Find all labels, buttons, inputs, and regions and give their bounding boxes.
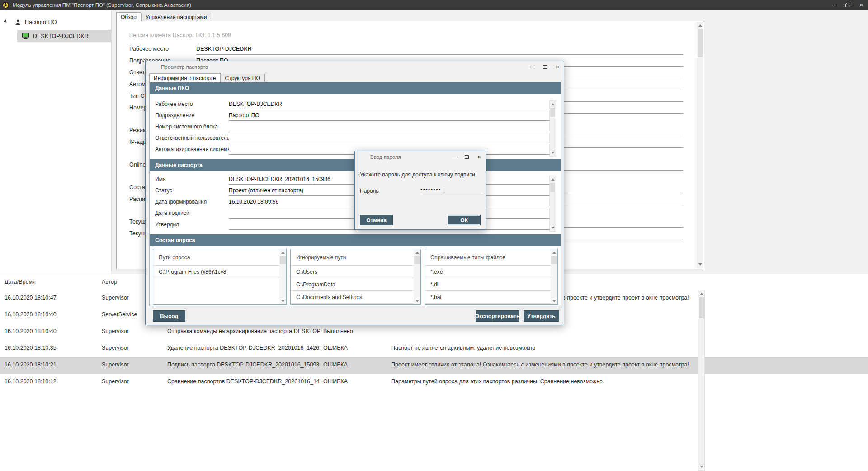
list-item[interactable]: C:\Program Files (x86)\1cv8 bbox=[153, 266, 279, 278]
list-scrollbar[interactable] bbox=[279, 249, 286, 304]
log-header-author[interactable]: Автор bbox=[102, 279, 117, 285]
scroll-down-icon[interactable] bbox=[550, 225, 556, 231]
sidebar-item-passport-po[interactable]: Паспорт ПО bbox=[0, 16, 111, 28]
scroll-down-icon[interactable] bbox=[551, 298, 557, 304]
scroll-down-icon[interactable] bbox=[279, 298, 286, 304]
close-icon: × bbox=[477, 154, 481, 160]
log-row[interactable]: 16.10.2020 18:10:21 Supervisor Подпись п… bbox=[0, 357, 868, 374]
log-row[interactable]: 16.10.2020 18:10:35 Supervisor Удаление … bbox=[0, 340, 868, 357]
scroll-up-icon[interactable] bbox=[550, 176, 556, 182]
field-label: Рабочее место bbox=[129, 45, 196, 57]
list-scrollbar[interactable] bbox=[414, 249, 420, 304]
scroll-up-icon[interactable] bbox=[698, 290, 704, 297]
passport-dialog-tabs: Информация о паспорте Структура ПО bbox=[149, 73, 265, 82]
tab-passport-info[interactable]: Информация о паспорте bbox=[149, 73, 221, 82]
form-field-row: Автоматизированная система bbox=[155, 145, 549, 156]
scroll-thumb[interactable] bbox=[414, 256, 420, 264]
close-button[interactable]: × bbox=[854, 0, 868, 10]
scroll-thumb[interactable] bbox=[280, 256, 286, 264]
pko-scrollbar[interactable] bbox=[549, 100, 556, 157]
tab-software-structure[interactable]: Структура ПО bbox=[221, 74, 265, 82]
password-dots: •••••••• bbox=[420, 187, 441, 193]
close-button[interactable]: × bbox=[473, 151, 486, 163]
list-item[interactable]: *.bat bbox=[425, 291, 551, 304]
log-cell-status: Выполнено bbox=[323, 328, 387, 334]
section-header-pko: Данные ПКО bbox=[150, 82, 561, 94]
log-row[interactable]: 16.10.2020 18:10:40 Supervisor Отправка … bbox=[0, 324, 868, 340]
scroll-thumb[interactable] bbox=[550, 108, 555, 117]
form-field-row: Номер системного блока bbox=[155, 122, 549, 133]
scroll-up-icon[interactable] bbox=[414, 249, 420, 256]
log-cell-datetime: 16.10.2020 18:10:21 bbox=[5, 362, 97, 368]
list-items: C:\Program Files (x86)\1cv8 bbox=[153, 266, 286, 278]
scroll-down-icon[interactable] bbox=[698, 464, 704, 470]
list-item[interactable]: *.exe bbox=[425, 266, 551, 278]
close-icon: × bbox=[556, 64, 559, 70]
form-field-row: Рабочее место DESKTOP-DJCEDKR bbox=[129, 45, 683, 57]
sidebar-item-desktop[interactable]: DESKTOP-DJCEDKR bbox=[17, 30, 111, 42]
close-button[interactable]: × bbox=[551, 61, 564, 73]
export-button[interactable]: Экспортировать bbox=[476, 310, 519, 322]
maximize-icon bbox=[543, 65, 547, 69]
scroll-up-icon[interactable] bbox=[279, 249, 286, 256]
list-items: *.exe*.dll*.bat bbox=[425, 266, 557, 304]
field-input[interactable] bbox=[229, 133, 549, 143]
scroll-thumb[interactable] bbox=[698, 29, 703, 57]
log-scrollbar[interactable] bbox=[698, 290, 705, 471]
field-input[interactable] bbox=[229, 122, 549, 132]
field-label: Дата подписи bbox=[155, 209, 229, 220]
log-header-datetime[interactable]: Дата/Время bbox=[5, 279, 36, 285]
titlebar: Модуль управления ПМ "Паспорт ПО" (Super… bbox=[0, 0, 868, 10]
window-title: Модуль управления ПМ "Паспорт ПО" (Super… bbox=[13, 2, 191, 8]
minimize-button[interactable] bbox=[827, 0, 841, 10]
password-input[interactable]: •••••••• bbox=[420, 185, 482, 195]
list-scrollbar[interactable] bbox=[551, 249, 557, 304]
maximize-button[interactable] bbox=[538, 61, 551, 73]
minimize-button[interactable] bbox=[448, 151, 460, 163]
list-item[interactable]: C:\ProgramData bbox=[291, 278, 414, 291]
scroll-down-icon[interactable] bbox=[414, 298, 420, 304]
maximize-button[interactable] bbox=[460, 151, 473, 163]
log-cell-status: ОШИБКА bbox=[323, 362, 387, 368]
list-item[interactable]: C:\Documents and Settings bbox=[291, 291, 414, 304]
overview-scrollbar[interactable] bbox=[697, 22, 703, 268]
log-cell-author: Supervisor bbox=[102, 362, 164, 368]
scroll-thumb[interactable] bbox=[551, 256, 557, 264]
log-cell-message: Проект имеет отличия от эталона! Ознаком… bbox=[391, 362, 698, 368]
scroll-down-icon[interactable] bbox=[550, 150, 556, 156]
computer-icon bbox=[22, 33, 29, 39]
scroll-down-icon[interactable] bbox=[697, 262, 703, 268]
ok-button[interactable]: ОК bbox=[448, 215, 481, 225]
scroll-thumb[interactable] bbox=[699, 297, 704, 318]
form-field-row: Утвердил bbox=[155, 220, 549, 231]
field-input[interactable]: Паспорт ПО bbox=[229, 111, 549, 121]
log-cell-author: Supervisor bbox=[102, 378, 164, 385]
tab-passport-management[interactable]: Управление паспортами bbox=[141, 13, 212, 21]
log-cell-status: ОШИБКА bbox=[323, 378, 387, 385]
field-input[interactable]: DESKTOP-DJCEDKR bbox=[229, 100, 549, 109]
minimize-button[interactable] bbox=[526, 61, 538, 73]
exit-button[interactable]: Выход bbox=[153, 310, 185, 322]
client-version-text: Версия клиента Паспорт ПО: 1.1.5.608 bbox=[129, 32, 231, 38]
scroll-thumb[interactable] bbox=[550, 183, 555, 192]
person-icon bbox=[14, 19, 21, 26]
list-item[interactable]: *.dll bbox=[425, 278, 551, 291]
tab-overview[interactable]: Обзор bbox=[116, 12, 141, 21]
restore-button[interactable] bbox=[841, 0, 854, 10]
main-tabs: Обзор Управление паспортами bbox=[116, 12, 211, 21]
field-input[interactable]: DESKTOP-DJCEDKR bbox=[196, 45, 683, 55]
form-field-row: Дата подписи bbox=[155, 209, 549, 220]
scroll-up-icon[interactable] bbox=[551, 249, 557, 256]
tree-expander-icon[interactable] bbox=[4, 19, 9, 25]
scroll-up-icon[interactable] bbox=[697, 22, 703, 29]
scroll-up-icon[interactable] bbox=[550, 101, 556, 107]
dialog-title: Просмотр паспорта bbox=[161, 64, 208, 70]
form-field-row: Подразделение Паспорт ПО bbox=[155, 111, 549, 122]
log-row[interactable]: 16.10.2020 18:10:12 Supervisor Сравнение… bbox=[0, 374, 868, 390]
passport-scrollbar[interactable] bbox=[549, 176, 556, 232]
dialog-window-controls: × bbox=[526, 61, 564, 73]
approve-button[interactable]: Утвердить bbox=[524, 310, 559, 322]
list-item[interactable]: C:\Users bbox=[291, 266, 414, 278]
cancel-button[interactable]: Отмена bbox=[360, 215, 393, 225]
field-label: Автоматизированная система bbox=[155, 145, 229, 156]
